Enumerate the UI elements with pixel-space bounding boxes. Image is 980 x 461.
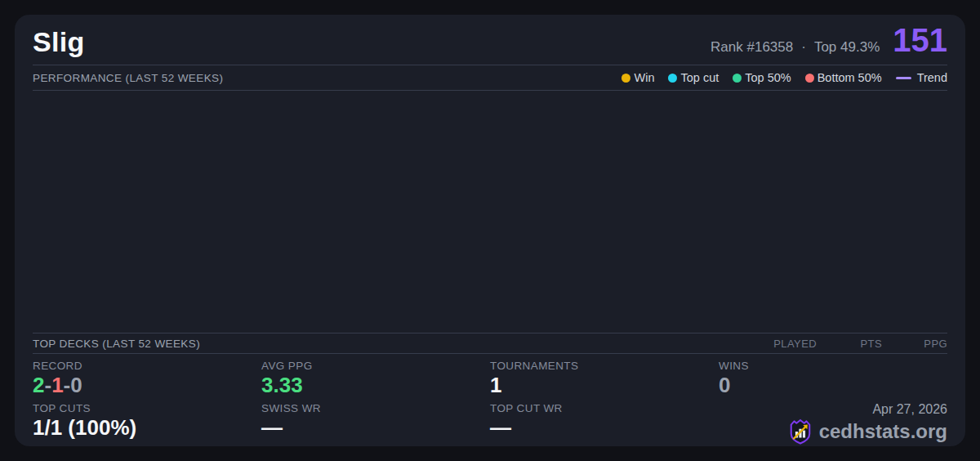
rank-group: Rank #16358 · Top 49.3% 151	[710, 26, 947, 56]
player-stats-card: Slig Rank #16358 · Top 49.3% 151 PERFORM…	[15, 15, 965, 446]
site-brand: cedhstats.org	[788, 418, 947, 445]
footer-brand-block: Apr 27, 2026 cedhstats.org	[719, 402, 947, 446]
wins-value: 0	[719, 374, 947, 397]
player-score: 151	[893, 26, 947, 54]
rank-separator-dot: ·	[801, 39, 806, 56]
top-percent: Top 49.3%	[814, 39, 880, 56]
record-losses: 1	[51, 373, 63, 397]
stat-swiss-wr: SWISS WR —	[261, 402, 490, 446]
stat-label: WINS	[719, 360, 947, 372]
trend-line-icon	[896, 77, 911, 79]
record-separator: -	[64, 373, 71, 397]
card-header: Slig Rank #16358 · Top 49.3% 151	[33, 15, 947, 65]
top-decks-section-title: TOP DECKS (LAST 52 WEEKS)	[33, 338, 200, 350]
stat-label: TOP CUTS	[33, 402, 261, 414]
stat-top-cut-wr: TOP CUT WR —	[490, 402, 719, 446]
performance-header-row: PERFORMANCE (LAST 52 WEEKS) Win Top cut …	[33, 65, 947, 91]
stat-label: TOP CUT WR	[490, 402, 719, 414]
legend-label: Trend	[917, 71, 947, 84]
stat-label: SWISS WR	[261, 402, 490, 414]
stat-record: RECORD 2-1-0	[33, 360, 261, 402]
stat-tournaments: TOURNAMENTS 1	[490, 360, 719, 402]
stat-top-cuts: TOP CUTS 1/1 (100%)	[33, 402, 261, 446]
top-decks-columns: PLAYED PTS PPG	[751, 338, 947, 350]
legend-item-bottom50: Bottom 50%	[805, 71, 882, 84]
column-header-played: PLAYED	[751, 338, 817, 350]
record-wins: 2	[33, 373, 44, 397]
rank-text: Rank #16358 · Top 49.3%	[710, 39, 880, 56]
top-cut-wr-value: —	[490, 416, 719, 440]
stat-label: AVG PPG	[261, 360, 490, 372]
legend-label: Win	[634, 71, 654, 84]
performance-section-title: PERFORMANCE (LAST 52 WEEKS)	[33, 72, 223, 84]
cedhstats-logo-icon	[788, 418, 813, 445]
tournaments-value: 1	[490, 374, 719, 397]
column-header-pts: PTS	[817, 338, 882, 350]
column-header-ppg: PPG	[882, 338, 947, 350]
legend-label: Top cut	[680, 71, 719, 84]
legend-item-topcut: Top cut	[668, 71, 719, 84]
stat-wins: WINS 0	[719, 360, 947, 402]
win-dot-icon	[621, 74, 630, 83]
bottom50-dot-icon	[805, 74, 814, 83]
record-draws: 0	[70, 373, 82, 397]
rank-number: Rank #16358	[710, 39, 793, 56]
player-name: Slig	[33, 26, 85, 58]
record-separator: -	[44, 373, 51, 397]
topcut-dot-icon	[668, 74, 677, 83]
stats-grid: RECORD 2-1-0 AVG PPG 3.33 TOURNAMENTS 1 …	[33, 354, 947, 446]
top-decks-header-row: TOP DECKS (LAST 52 WEEKS) PLAYED PTS PPG	[33, 333, 947, 354]
top-cuts-value: 1/1 (100%)	[33, 416, 261, 440]
site-name: cedhstats.org	[819, 420, 947, 443]
stat-label: TOURNAMENTS	[490, 360, 719, 372]
legend-label: Bottom 50%	[817, 71, 882, 84]
legend-item-top50: Top 50%	[733, 71, 791, 84]
legend-item-trend: Trend	[896, 71, 947, 84]
stat-label: RECORD	[33, 360, 261, 372]
chart-legend: Win Top cut Top 50% Bottom 50% Trend	[621, 71, 947, 84]
legend-item-win: Win	[621, 71, 654, 84]
swiss-wr-value: —	[261, 416, 490, 440]
generated-date: Apr 27, 2026	[872, 402, 947, 417]
avg-ppg-value: 3.33	[261, 374, 490, 397]
legend-label: Top 50%	[745, 71, 791, 84]
record-value: 2-1-0	[33, 374, 261, 397]
stat-avg-ppg: AVG PPG 3.33	[261, 360, 490, 402]
top50-dot-icon	[733, 74, 742, 83]
performance-chart-area	[33, 91, 947, 333]
